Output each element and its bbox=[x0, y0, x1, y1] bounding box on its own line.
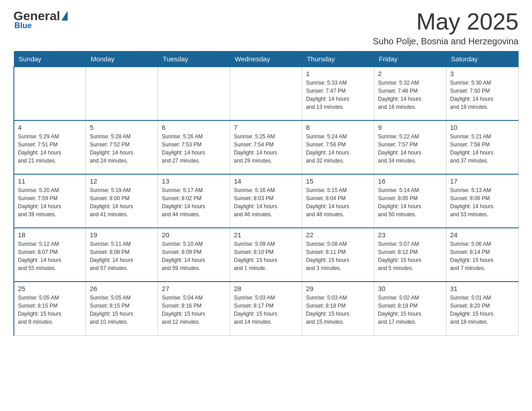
day-number: 28 bbox=[234, 285, 298, 292]
day-info: Sunrise: 5:30 AMSunset: 7:50 PMDaylight:… bbox=[450, 79, 515, 111]
calendar-cell: 29Sunrise: 5:03 AMSunset: 8:18 PMDayligh… bbox=[302, 282, 374, 335]
day-number: 4 bbox=[18, 124, 82, 131]
calendar-cell: 1Sunrise: 5:33 AMSunset: 7:47 PMDaylight… bbox=[302, 67, 374, 120]
day-info: Sunrise: 5:12 AMSunset: 8:07 PMDaylight:… bbox=[18, 240, 82, 272]
day-info: Sunrise: 5:06 AMSunset: 8:14 PMDaylight:… bbox=[450, 240, 515, 272]
day-info: Sunrise: 5:25 AMSunset: 7:54 PMDaylight:… bbox=[234, 133, 298, 165]
day-info: Sunrise: 5:10 AMSunset: 8:09 PMDaylight:… bbox=[162, 240, 226, 272]
day-number: 17 bbox=[450, 177, 515, 185]
day-info: Sunrise: 5:16 AMSunset: 8:03 PMDaylight:… bbox=[234, 186, 298, 218]
day-info: Sunrise: 5:19 AMSunset: 8:00 PMDaylight:… bbox=[90, 186, 154, 218]
day-info: Sunrise: 5:03 AMSunset: 8:18 PMDaylight:… bbox=[306, 294, 370, 326]
calendar-cell: 31Sunrise: 5:01 AMSunset: 8:20 PMDayligh… bbox=[446, 282, 519, 335]
calendar-week-row: 4Sunrise: 5:29 AMSunset: 7:51 PMDaylight… bbox=[14, 120, 519, 174]
day-number: 29 bbox=[306, 285, 370, 292]
calendar-cell: 24Sunrise: 5:06 AMSunset: 8:14 PMDayligh… bbox=[446, 228, 519, 282]
day-number: 9 bbox=[378, 124, 442, 131]
day-number: 19 bbox=[90, 231, 154, 239]
day-info: Sunrise: 5:22 AMSunset: 7:57 PMDaylight:… bbox=[378, 133, 442, 165]
title-area: May 2025 Suho Polje, Bosnia and Herzegov… bbox=[373, 9, 519, 47]
day-info: Sunrise: 5:13 AMSunset: 8:06 PMDaylight:… bbox=[450, 186, 515, 218]
calendar-cell bbox=[230, 67, 302, 120]
day-info: Sunrise: 5:09 AMSunset: 8:10 PMDaylight:… bbox=[234, 240, 298, 272]
weekday-header-friday: Friday bbox=[374, 51, 446, 67]
day-info: Sunrise: 5:29 AMSunset: 7:51 PMDaylight:… bbox=[18, 133, 82, 165]
day-info: Sunrise: 5:15 AMSunset: 8:04 PMDaylight:… bbox=[306, 186, 370, 218]
day-info: Sunrise: 5:04 AMSunset: 8:16 PMDaylight:… bbox=[162, 294, 226, 326]
day-number: 27 bbox=[162, 285, 226, 292]
calendar-cell: 16Sunrise: 5:14 AMSunset: 8:05 PMDayligh… bbox=[374, 174, 446, 228]
day-number: 12 bbox=[90, 177, 154, 185]
day-number: 8 bbox=[306, 124, 370, 131]
calendar-cell: 9Sunrise: 5:22 AMSunset: 7:57 PMDaylight… bbox=[374, 120, 446, 174]
weekday-header-wednesday: Wednesday bbox=[230, 51, 302, 67]
day-number: 13 bbox=[162, 177, 226, 185]
day-number: 30 bbox=[378, 285, 442, 292]
calendar-cell: 22Sunrise: 5:08 AMSunset: 8:11 PMDayligh… bbox=[302, 228, 374, 282]
day-info: Sunrise: 5:05 AMSunset: 8:15 PMDaylight:… bbox=[18, 294, 82, 326]
day-number: 22 bbox=[306, 231, 370, 239]
calendar-cell: 6Sunrise: 5:26 AMSunset: 7:53 PMDaylight… bbox=[158, 120, 230, 174]
day-number: 25 bbox=[18, 285, 82, 292]
day-number: 21 bbox=[234, 231, 298, 239]
calendar-cell: 12Sunrise: 5:19 AMSunset: 8:00 PMDayligh… bbox=[86, 174, 158, 228]
calendar-week-row: 18Sunrise: 5:12 AMSunset: 8:07 PMDayligh… bbox=[14, 228, 519, 282]
calendar-cell: 28Sunrise: 5:03 AMSunset: 8:17 PMDayligh… bbox=[230, 282, 302, 335]
calendar-cell: 8Sunrise: 5:24 AMSunset: 7:56 PMDaylight… bbox=[302, 120, 374, 174]
calendar-cell bbox=[14, 67, 86, 120]
day-info: Sunrise: 5:05 AMSunset: 8:15 PMDaylight:… bbox=[90, 294, 154, 326]
calendar-cell: 3Sunrise: 5:30 AMSunset: 7:50 PMDaylight… bbox=[446, 67, 519, 120]
day-number: 6 bbox=[162, 124, 226, 131]
day-number: 15 bbox=[306, 177, 370, 185]
day-info: Sunrise: 5:01 AMSunset: 8:20 PMDaylight:… bbox=[450, 294, 515, 326]
day-info: Sunrise: 5:11 AMSunset: 8:08 PMDaylight:… bbox=[90, 240, 154, 272]
month-title: May 2025 bbox=[373, 9, 519, 34]
day-info: Sunrise: 5:03 AMSunset: 8:17 PMDaylight:… bbox=[234, 294, 298, 326]
day-number: 23 bbox=[378, 231, 442, 239]
calendar-cell: 5Sunrise: 5:28 AMSunset: 7:52 PMDaylight… bbox=[86, 120, 158, 174]
day-number: 7 bbox=[234, 124, 298, 131]
calendar-cell: 25Sunrise: 5:05 AMSunset: 8:15 PMDayligh… bbox=[14, 282, 86, 335]
day-number: 5 bbox=[90, 124, 154, 131]
day-info: Sunrise: 5:17 AMSunset: 8:02 PMDaylight:… bbox=[162, 186, 226, 218]
day-info: Sunrise: 5:24 AMSunset: 7:56 PMDaylight:… bbox=[306, 133, 370, 165]
weekday-header-saturday: Saturday bbox=[446, 51, 519, 67]
day-info: Sunrise: 5:21 AMSunset: 7:58 PMDaylight:… bbox=[450, 133, 515, 165]
logo-triangle-icon bbox=[61, 11, 68, 21]
day-number: 31 bbox=[450, 285, 515, 292]
calendar-cell bbox=[86, 67, 158, 120]
weekday-header-thursday: Thursday bbox=[302, 51, 374, 67]
day-info: Sunrise: 5:32 AMSunset: 7:48 PMDaylight:… bbox=[378, 79, 442, 111]
day-number: 18 bbox=[18, 231, 82, 239]
location-text: Suho Polje, Bosnia and Herzegovina bbox=[373, 36, 519, 47]
calendar-cell: 27Sunrise: 5:04 AMSunset: 8:16 PMDayligh… bbox=[158, 282, 230, 335]
calendar-cell: 2Sunrise: 5:32 AMSunset: 7:48 PMDaylight… bbox=[374, 67, 446, 120]
calendar-cell: 7Sunrise: 5:25 AMSunset: 7:54 PMDaylight… bbox=[230, 120, 302, 174]
calendar-cell bbox=[158, 67, 230, 120]
calendar-week-row: 11Sunrise: 5:20 AMSunset: 7:59 PMDayligh… bbox=[14, 174, 519, 228]
logo-blue-text: Blue bbox=[14, 21, 32, 30]
day-info: Sunrise: 5:14 AMSunset: 8:05 PMDaylight:… bbox=[378, 186, 442, 218]
calendar-cell: 21Sunrise: 5:09 AMSunset: 8:10 PMDayligh… bbox=[230, 228, 302, 282]
calendar-body: 1Sunrise: 5:33 AMSunset: 7:47 PMDaylight… bbox=[14, 67, 519, 335]
calendar-week-row: 1Sunrise: 5:33 AMSunset: 7:47 PMDaylight… bbox=[14, 67, 519, 120]
calendar-cell: 23Sunrise: 5:07 AMSunset: 8:12 PMDayligh… bbox=[374, 228, 446, 282]
day-number: 3 bbox=[450, 70, 515, 77]
day-number: 11 bbox=[18, 177, 82, 185]
day-number: 14 bbox=[234, 177, 298, 185]
day-info: Sunrise: 5:08 AMSunset: 8:11 PMDaylight:… bbox=[306, 240, 370, 272]
calendar-cell: 20Sunrise: 5:10 AMSunset: 8:09 PMDayligh… bbox=[158, 228, 230, 282]
day-info: Sunrise: 5:07 AMSunset: 8:12 PMDaylight:… bbox=[378, 240, 442, 272]
day-number: 26 bbox=[90, 285, 154, 292]
calendar-cell: 13Sunrise: 5:17 AMSunset: 8:02 PMDayligh… bbox=[158, 174, 230, 228]
day-number: 2 bbox=[378, 70, 442, 77]
calendar-cell: 11Sunrise: 5:20 AMSunset: 7:59 PMDayligh… bbox=[14, 174, 86, 228]
day-info: Sunrise: 5:26 AMSunset: 7:53 PMDaylight:… bbox=[162, 133, 226, 165]
day-info: Sunrise: 5:02 AMSunset: 8:19 PMDaylight:… bbox=[378, 294, 442, 326]
calendar-table: SundayMondayTuesdayWednesdayThursdayFrid… bbox=[13, 51, 519, 336]
logo: General Blue bbox=[13, 9, 68, 30]
calendar-cell: 14Sunrise: 5:16 AMSunset: 8:03 PMDayligh… bbox=[230, 174, 302, 228]
day-number: 10 bbox=[450, 124, 515, 131]
day-number: 20 bbox=[162, 231, 226, 239]
day-number: 24 bbox=[450, 231, 515, 239]
